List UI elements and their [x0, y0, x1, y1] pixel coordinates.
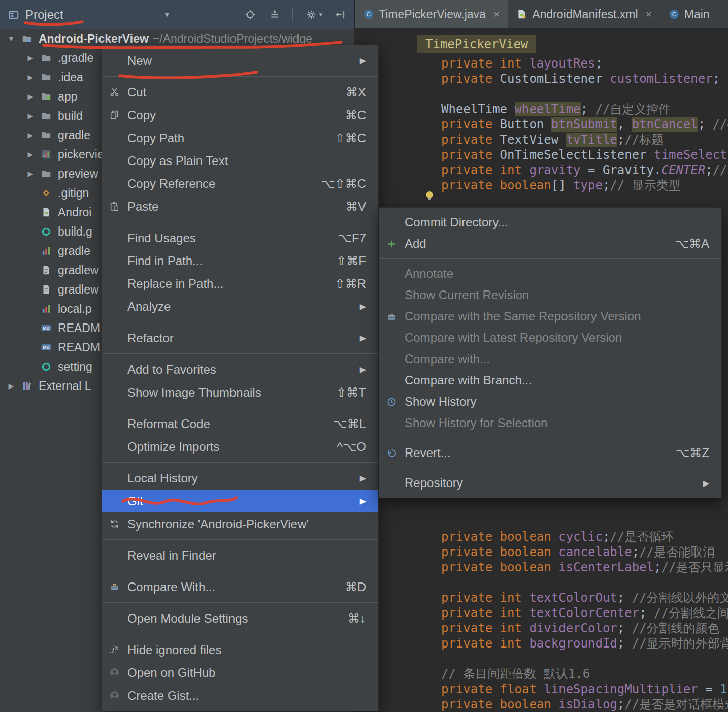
folder-icon [39, 129, 54, 141]
menu-shortcut: ⌥⌘L [318, 417, 366, 431]
expand-arrow-icon[interactable]: ▶ [22, 170, 39, 178]
breadcrumb[interactable]: TimePickerView [417, 35, 536, 53]
expand-arrow-icon[interactable]: ▶ [22, 150, 39, 158]
folder-icon [39, 52, 54, 64]
menu-item-show-image-thumbnails[interactable]: Show Image Thumbnails⇧⌘T [102, 381, 378, 404]
menu-item-show-history[interactable]: Show History [379, 391, 721, 412]
menu-item-local-history[interactable]: Local History▶ [102, 467, 378, 490]
menu-item-find-in-path[interactable]: Find in Path...⇧⌘F [102, 249, 378, 272]
tree-item-label: setting [58, 360, 92, 374]
tree-item-label: build [58, 109, 83, 123]
tab-androidmanifest-xml[interactable]: AndroidManifest.xml× [508, 0, 660, 28]
menu-item-copy-reference[interactable]: Copy Reference⌥⇧⌘C [102, 172, 378, 195]
tree-item-label: External L [39, 379, 91, 393]
menu-item-git[interactable]: Git▶ [102, 490, 378, 512]
menu-item-find-usages[interactable]: Find Usages⌥F7 [102, 226, 378, 249]
intention-lightbulb-icon[interactable] [423, 189, 436, 203]
menu-item-refactor[interactable]: Refactor▶ [102, 327, 378, 349]
sync-icon-slot [109, 519, 127, 529]
expand-arrow-icon[interactable]: ▶ [22, 54, 39, 62]
libraries-icon [19, 380, 35, 392]
gitignore-file-icon [39, 187, 54, 199]
github-icon-slot [109, 667, 127, 678]
menu-item-add-to-favorites[interactable]: Add to Favorites▶ [102, 358, 378, 381]
tab-label: Main [684, 8, 710, 21]
project-panel-title[interactable]: Project [25, 8, 63, 22]
menu-item-label: Add to Favorites [127, 363, 216, 377]
paste-icon-slot [109, 201, 127, 212]
menu-separator [103, 462, 378, 463]
menu-item-open-module-settings[interactable]: Open Module Settings⌘↓ [102, 607, 378, 630]
svg-text:C: C [672, 11, 676, 17]
submenu-arrow-icon: ▶ [345, 473, 366, 483]
menu-shortcut: ⌥⌘Z [660, 446, 709, 460]
menu-item-label: Open on GitHub [127, 666, 215, 680]
submenu-arrow-icon: ▶ [345, 56, 366, 66]
project-window-icon[interactable] [7, 8, 20, 21]
close-tab-icon[interactable]: × [493, 8, 500, 20]
menu-item-copy-path[interactable]: Copy Path⇧⌘C [102, 126, 378, 149]
menu-item-label: Optimize Imports [127, 440, 219, 454]
properties-file-icon [39, 245, 54, 257]
tab-main[interactable]: CMain [660, 0, 718, 28]
tree-item-label: .gitign [58, 186, 89, 200]
gear-chevron-icon[interactable]: ▾ [319, 11, 322, 18]
menu-item-label: Add [405, 237, 426, 251]
collapse-arrow-icon[interactable]: ▼ [3, 35, 19, 43]
menu-item-paste[interactable]: Paste⌘V [102, 195, 378, 218]
menu-item-copy-as-plain-text[interactable]: Copy as Plain Text [102, 149, 378, 172]
menu-item-commit-directory[interactable]: Commit Directory... [379, 212, 721, 233]
menu-item-reveal-in-finder[interactable]: Reveal in Finder [102, 544, 378, 567]
menu-item-compare-with[interactable]: Compare With...⌘D [102, 575, 378, 598]
menu-item-compare-with-branch[interactable]: Compare with Branch... [379, 370, 721, 391]
expand-arrow-icon[interactable]: ▶ [22, 131, 39, 139]
submenu-arrow-icon: ▶ [345, 302, 366, 311]
expand-arrow-icon[interactable]: ▶ [22, 73, 39, 81]
context-menu: New▶Cut⌘XCopy⌘CCopy Path⇧⌘CCopy as Plain… [102, 45, 379, 711]
menu-item-reformat-code[interactable]: Reformat Code⌥⌘L [102, 412, 378, 435]
svg-text:MD: MD [43, 326, 50, 331]
expand-arrow-icon[interactable]: ▶ [22, 92, 39, 101]
expand-arrow-icon[interactable]: ▶ [3, 382, 19, 390]
github-icon [109, 690, 120, 701]
menu-item-label: Local History [127, 471, 198, 486]
menu-item-replace-in-path[interactable]: Replace in Path...⇧⌘R [102, 272, 378, 295]
menu-item-synchronize-android-pickerview[interactable]: Synchronize 'Android-PickerView' [102, 512, 378, 535]
code-line: private boolean isCenterLabel;//是否只显示 [354, 560, 728, 575]
code-area-top: private int layoutRes;private CustomList… [354, 56, 728, 193]
code-line: private int textColorCenter; //分割线之间 [354, 605, 728, 621]
menu-item-revert[interactable]: Revert...⌥⌘Z [379, 442, 721, 464]
menu-item-create-gist[interactable]: Create Gist... [102, 684, 378, 707]
hide-panel-icon[interactable] [334, 8, 347, 21]
code-line: private float lineSpacingMultiplier = 1. [354, 682, 728, 697]
tab-timepickerview-java[interactable]: CTimePickerView.java× [355, 0, 508, 28]
menu-item-label: Copy [127, 108, 156, 122]
menu-item-optimize-imports[interactable]: Optimize Imports^⌥O [102, 435, 378, 458]
settings-gear-icon[interactable] [305, 8, 318, 21]
close-tab-icon[interactable]: × [646, 8, 652, 20]
menu-shortcut: ⌘↓ [333, 611, 366, 626]
menu-item-open-on-github[interactable]: Open on GitHub [102, 661, 378, 684]
menu-item-compare-with-the-same-repository-version: Compare with the Same Repository Version [379, 306, 721, 327]
text-file-icon [39, 283, 54, 296]
menu-item-analyze[interactable]: Analyze▶ [102, 295, 378, 318]
code-line: private int layoutRes; [354, 56, 728, 71]
collapse-all-icon[interactable] [268, 8, 281, 21]
chevron-down-icon[interactable]: ▾ [165, 10, 169, 19]
menu-item-copy[interactable]: Copy⌘C [102, 104, 378, 126]
code-line: private int backgroundId; //显示时的外部背 [354, 636, 728, 651]
menu-item-repository[interactable]: Repository▶ [379, 472, 721, 494]
menu-shortcut: ⌘V [330, 200, 366, 214]
code-line: WheelTime wheelTime; //自定义控件 [354, 102, 728, 117]
revert-icon [386, 448, 397, 459]
menu-item-add[interactable]: Add⌥⌘A [379, 233, 721, 254]
menu-item-new[interactable]: New▶ [102, 49, 378, 72]
gradle-file-icon [39, 225, 54, 238]
submenu-arrow-icon: ▶ [688, 478, 709, 488]
locate-target-icon[interactable] [244, 8, 257, 21]
expand-arrow-icon[interactable]: ▶ [22, 112, 39, 120]
code-line: // 条目间距倍数 默认1.6 [354, 666, 728, 682]
compare-icon-slot [386, 311, 405, 322]
menu-item-hide-ignored-files[interactable]: .i*Hide ignored files [102, 638, 378, 661]
menu-item-cut[interactable]: Cut⌘X [102, 81, 378, 104]
